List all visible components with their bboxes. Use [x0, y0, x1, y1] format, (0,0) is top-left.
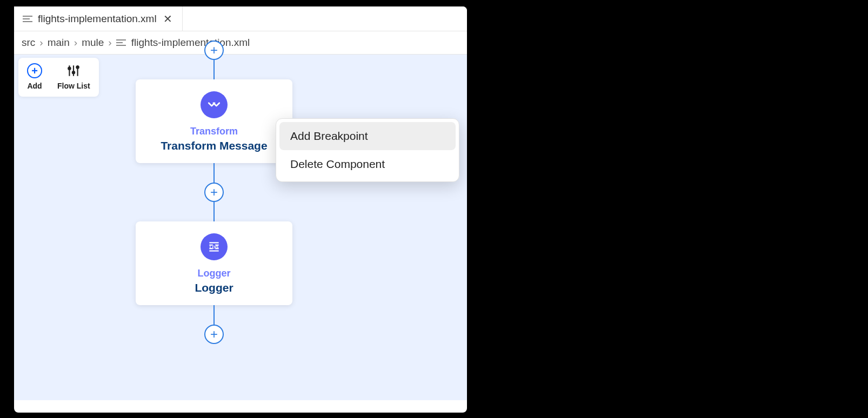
connector-line	[213, 305, 215, 325]
breadcrumb-segment[interactable]: main	[48, 37, 70, 49]
node-type-label: Logger	[198, 268, 231, 279]
log-icon: LOG	[201, 233, 228, 260]
flow-node-transform[interactable]: Transform Transform Message	[136, 79, 292, 163]
breadcrumb-segment[interactable]: mule	[82, 37, 104, 49]
menu-item-add-breakpoint[interactable]: Add Breakpoint	[279, 122, 456, 150]
breadcrumb-segment[interactable]: flights-implementation.xml	[131, 37, 250, 49]
flow-list-button-label: Flow List	[57, 82, 90, 90]
flow-canvas[interactable]: + Add Flow List +	[14, 55, 467, 400]
node-name-label: Logger	[195, 281, 233, 294]
connector-line	[213, 202, 215, 221]
svg-point-4	[72, 71, 75, 73]
context-menu: Add Breakpoint Delete Component	[276, 118, 459, 182]
plus-circle-icon: +	[27, 63, 42, 78]
menu-item-label: Delete Component	[290, 158, 385, 170]
breadcrumb-segment[interactable]: src	[22, 37, 35, 49]
svg-point-5	[77, 66, 79, 68]
add-node-button[interactable]: +	[204, 325, 224, 344]
flow-node-logger[interactable]: LOG Logger Logger	[136, 221, 292, 305]
editor-window: flights-implementation.xml ✕ src › main …	[14, 6, 467, 413]
tab-label: flights-implementation.xml	[38, 13, 157, 25]
sliders-icon	[66, 63, 81, 78]
file-icon	[116, 39, 126, 46]
tab-bar: flights-implementation.xml ✕	[14, 6, 467, 31]
transform-icon	[201, 91, 228, 118]
file-icon	[23, 16, 32, 22]
tab-flights-implementation[interactable]: flights-implementation.xml ✕	[14, 6, 183, 31]
chevron-right-icon: ›	[39, 37, 43, 49]
flow-column: + Transform Transform Message +	[136, 50, 292, 344]
chevron-right-icon: ›	[74, 37, 77, 49]
node-name-label: Transform Message	[161, 139, 267, 152]
connector-line	[213, 163, 215, 183]
menu-item-label: Add Breakpoint	[290, 130, 368, 142]
chevron-right-icon: ›	[108, 37, 111, 49]
add-node-button[interactable]: +	[204, 41, 224, 60]
svg-point-3	[69, 68, 71, 70]
node-type-label: Transform	[190, 126, 238, 137]
add-button[interactable]: + Add	[27, 63, 42, 90]
flow-list-button[interactable]: Flow List	[57, 63, 90, 90]
menu-item-delete-component[interactable]: Delete Component	[279, 150, 456, 178]
close-icon[interactable]: ✕	[162, 14, 173, 24]
add-node-button[interactable]: +	[204, 183, 224, 202]
add-button-label: Add	[27, 82, 42, 90]
connector-line	[213, 60, 215, 79]
canvas-toolbar: + Add Flow List	[18, 58, 99, 97]
